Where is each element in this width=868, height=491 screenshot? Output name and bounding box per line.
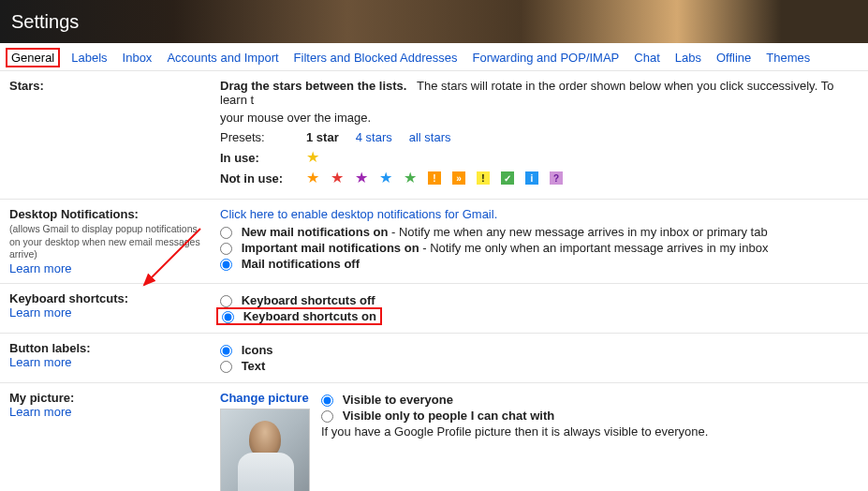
desktop-title: Desktop Notifications: xyxy=(9,207,139,221)
star-green-icon[interactable]: ★ xyxy=(404,171,417,186)
title-bar: Settings xyxy=(0,0,868,43)
visible-everyone-label: Visible to everyone xyxy=(343,393,453,407)
icons-label: Icons xyxy=(242,343,273,357)
arrows-orange-icon[interactable]: » xyxy=(452,171,465,185)
radio-important-mail[interactable] xyxy=(220,243,232,255)
in-use-label: In use: xyxy=(220,151,306,165)
text-label: Text xyxy=(242,359,266,373)
bang-yellow-icon[interactable]: ! xyxy=(477,171,490,185)
important-mail-label: Important mail notifications on xyxy=(242,241,419,255)
visible-chat-label: Visible only to people I can chat with xyxy=(343,409,555,423)
radio-shortcuts-on[interactable] xyxy=(222,311,234,323)
star-orange-icon[interactable]: ★ xyxy=(306,171,319,186)
section-my-picture: My picture: Learn more Change picture Vi… xyxy=(0,383,868,491)
mail-off-label: Mail notifications off xyxy=(242,257,360,271)
tab-offline[interactable]: Offline xyxy=(716,51,751,65)
shortcuts-on-label: Keyboard shortcuts on xyxy=(243,309,376,323)
tab-forwarding[interactable]: Forwarding and POP/IMAP xyxy=(472,51,619,65)
radio-visible-chat[interactable] xyxy=(321,410,333,423)
picture-learn-more[interactable]: Learn more xyxy=(9,405,71,419)
important-mail-desc: - Notify me only when an important messa… xyxy=(419,241,769,255)
new-mail-desc: - Notify me when any new message arrives… xyxy=(388,225,767,239)
radio-text[interactable] xyxy=(220,361,232,373)
tab-accounts[interactable]: Accounts and Import xyxy=(167,51,278,65)
shortcuts-on-highlight: Keyboard shortcuts on xyxy=(216,307,382,325)
button-labels-learn-more[interactable]: Learn more xyxy=(9,355,71,369)
desktop-learn-more[interactable]: Learn more xyxy=(9,261,71,275)
presets-label: Presets: xyxy=(220,130,289,144)
preset-1star[interactable]: 1 star xyxy=(306,130,339,144)
radio-mail-off[interactable] xyxy=(220,259,232,271)
radio-new-mail[interactable] xyxy=(220,227,232,239)
star-red-icon[interactable]: ★ xyxy=(331,171,344,186)
radio-shortcuts-off[interactable] xyxy=(220,295,232,307)
desktop-sub: (allows Gmail to display popup notificat… xyxy=(9,223,211,261)
tab-labs[interactable]: Labs xyxy=(675,51,701,65)
radio-icons[interactable] xyxy=(220,345,232,357)
section-stars: Stars: Drag the stars between the lists.… xyxy=(0,71,868,200)
picture-note: If you have a Google Profile picture the… xyxy=(321,424,708,439)
settings-tabs: General Labels Inbox Accounts and Import… xyxy=(0,43,868,71)
change-picture-link[interactable]: Change picture xyxy=(220,391,309,405)
keyboard-title: Keyboard shortcuts: xyxy=(9,291,128,305)
info-blue-icon[interactable]: i xyxy=(525,171,538,185)
page-title: Settings xyxy=(11,11,79,33)
check-green-icon[interactable]: ✓ xyxy=(501,171,514,185)
stars-instruction-line2: your mouse over the image. xyxy=(220,111,859,125)
section-desktop-notifications: Desktop Notifications: (allows Gmail to … xyxy=(0,200,868,284)
section-keyboard: Keyboard shortcuts: Learn more Keyboard … xyxy=(0,284,868,334)
enable-desktop-link[interactable]: Click here to enable desktop notificatio… xyxy=(220,207,497,221)
question-purple-icon[interactable]: ? xyxy=(550,171,563,185)
shortcuts-off-label: Keyboard shortcuts off xyxy=(242,293,375,307)
tab-filters[interactable]: Filters and Blocked Addresses xyxy=(294,51,458,65)
stars-instruction-bold: Drag the stars between the lists. xyxy=(220,79,406,93)
radio-visible-everyone[interactable] xyxy=(321,394,333,407)
new-mail-label: New mail notifications on xyxy=(242,225,389,239)
section-button-labels: Button labels: Learn more Icons Text xyxy=(0,334,868,383)
tab-labels[interactable]: Labels xyxy=(71,51,107,65)
tab-chat[interactable]: Chat xyxy=(634,51,659,65)
bang-orange-icon[interactable]: ! xyxy=(428,171,441,185)
button-labels-title: Button labels: xyxy=(9,341,91,355)
tab-general[interactable]: General xyxy=(6,48,60,67)
stars-title: Stars: xyxy=(9,79,44,93)
star-purple-icon[interactable]: ★ xyxy=(355,171,368,186)
preset-allstars[interactable]: all stars xyxy=(409,130,451,144)
preset-4stars[interactable]: 4 stars xyxy=(356,130,392,144)
star-yellow-icon[interactable]: ★ xyxy=(306,150,319,165)
tab-inbox[interactable]: Inbox xyxy=(123,51,153,65)
avatar-image[interactable] xyxy=(220,409,310,491)
tab-themes[interactable]: Themes xyxy=(766,51,810,65)
star-blue-icon[interactable]: ★ xyxy=(379,171,392,186)
keyboard-learn-more[interactable]: Learn more xyxy=(9,305,71,320)
picture-title: My picture: xyxy=(9,391,74,405)
not-in-use-label: Not in use: xyxy=(220,171,306,186)
